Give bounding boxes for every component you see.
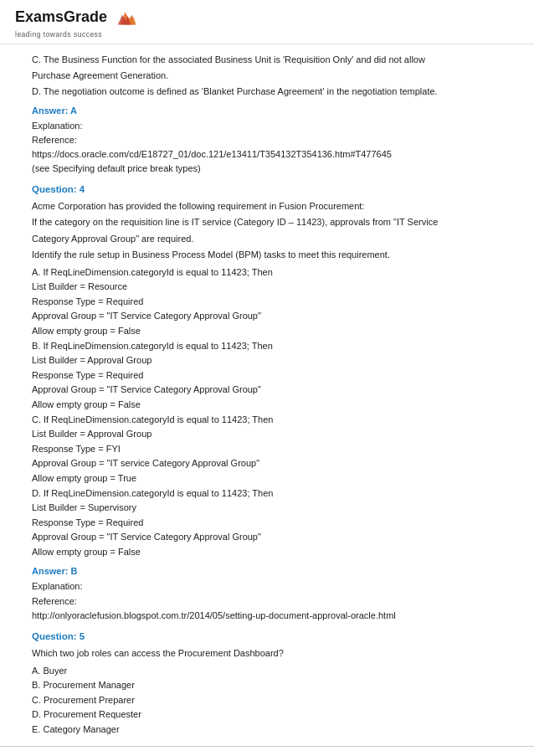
q4-text1: Acme Corporation has provided the follow… bbox=[32, 199, 502, 213]
q4-opt-b2: List Builder = Approval Group bbox=[32, 353, 502, 368]
logo-exams: Exams bbox=[15, 8, 64, 25]
explanation-b-text: Explanation: bbox=[32, 579, 502, 594]
footer: http://www.examsgrade.com/exam/1Z0-470/ … bbox=[0, 746, 534, 756]
intro-line-c2: Purchase Agreement Generation. bbox=[32, 69, 502, 83]
q5-opt-a: A. Buyer bbox=[32, 664, 502, 679]
page: ExamsGrade leading towards success C. Th… bbox=[0, 0, 534, 756]
logo-icon bbox=[115, 9, 138, 29]
q4-opt-a5: Allow empty group = False bbox=[32, 324, 502, 339]
q5-opt-e: E. Category Manager bbox=[32, 723, 502, 738]
q4-opt-a2: List Builder = Resource bbox=[32, 280, 502, 295]
options-q4-block: A. If ReqLineDimension.categoryId is equ… bbox=[32, 265, 502, 560]
q4-opt-c2: List Builder = Approval Group bbox=[32, 427, 502, 442]
q5-opt-c: C. Procurement Preparer bbox=[32, 693, 502, 708]
question4-body: Acme Corporation has provided the follow… bbox=[32, 199, 502, 261]
explanation-a-block: Explanation: Reference: https://docs.ora… bbox=[32, 119, 502, 176]
q4-opt-b5: Allow empty group = False bbox=[32, 398, 502, 413]
footer-page: pg. 3 bbox=[475, 753, 502, 756]
q5-opt-b: B. Procurement Manager bbox=[32, 678, 502, 693]
options-q5-block: A. Buyer B. Procurement Manager C. Procu… bbox=[32, 664, 502, 738]
q4-opt-d3: Response Type = Required bbox=[32, 516, 502, 531]
q4-opt-d2: List Builder = Supervisory bbox=[32, 501, 502, 516]
q4-opt-d1: D. If ReqLineDimension.categoryId is equ… bbox=[32, 486, 502, 501]
intro-line-d: D. The negotiation outcome is defined as… bbox=[32, 85, 502, 99]
footer-page-number: 3 bbox=[496, 753, 502, 756]
q4-opt-b1: B. If ReqLineDimension.categoryId is equ… bbox=[32, 339, 502, 354]
q4-opt-c3: Response Type = FYI bbox=[32, 442, 502, 457]
reference-a-url: https://docs.oracle.com/cd/E18727_01/doc… bbox=[32, 147, 502, 162]
flame-icon bbox=[115, 9, 138, 28]
logo: ExamsGrade bbox=[15, 8, 138, 29]
logo-text: ExamsGrade bbox=[15, 8, 111, 25]
logo-grade: Grade bbox=[64, 8, 107, 25]
q4-text4: Identify the rule setup in Business Proc… bbox=[32, 248, 502, 262]
header: ExamsGrade leading towards success bbox=[0, 0, 534, 44]
logo-area: ExamsGrade leading towards success bbox=[15, 8, 138, 39]
q4-opt-a3: Response Type = Required bbox=[32, 295, 502, 310]
q4-opt-b3: Response Type = Required bbox=[32, 368, 502, 383]
q4-opt-c5: Allow empty group = True bbox=[32, 471, 502, 486]
reference-b-text: Reference: bbox=[32, 594, 502, 609]
q4-opt-d5: Allow empty group = False bbox=[32, 545, 502, 560]
question4-label: Question: 4 bbox=[32, 184, 502, 194]
q4-opt-a1: A. If ReqLineDimension.categoryId is equ… bbox=[32, 265, 502, 280]
q4-opt-a4: Approval Group = "IT Service Category Ap… bbox=[32, 309, 502, 324]
intro-line-c1: C. The Business Function for the associa… bbox=[32, 53, 502, 67]
q4-text2: If the category on the requisition line … bbox=[32, 215, 502, 229]
q4-opt-c4: Approval Group = "IT service Category Ap… bbox=[32, 456, 502, 471]
main-content: C. The Business Function for the associa… bbox=[0, 44, 534, 756]
q5-text: Which two job roles can access the Procu… bbox=[32, 646, 502, 661]
q4-opt-c1: C. If ReqLineDimension.categoryId is equ… bbox=[32, 413, 502, 428]
explanation-b-block: Explanation: Reference: http://onlyoracl… bbox=[32, 579, 502, 622]
explanation-a-text: Explanation: bbox=[32, 119, 502, 133]
footer-pg-label: pg. bbox=[475, 753, 490, 756]
reference-b-url: http://onlyoraclefusion.blogspot.com.tr/… bbox=[32, 609, 502, 623]
tagline: leading towards success bbox=[15, 30, 138, 39]
question5-label: Question: 5 bbox=[32, 631, 502, 641]
q5-opt-d: D. Procurement Requester bbox=[32, 707, 502, 723]
q4-text3: Category Approval Group" are required. bbox=[32, 232, 502, 246]
q4-opt-b4: Approval Group = "IT Service Category Ap… bbox=[32, 383, 502, 398]
q4-opt-d4: Approval Group = "IT Service Category Ap… bbox=[32, 530, 502, 545]
answer-a-label: Answer: A bbox=[32, 105, 502, 116]
answer-b-label: Answer: B bbox=[32, 566, 502, 576]
reference-a-text: Reference: bbox=[32, 133, 502, 147]
intro-block: C. The Business Function for the associa… bbox=[32, 53, 502, 99]
question5-body: Which two job roles can access the Procu… bbox=[32, 646, 502, 661]
reference-a-note: (see Specifying default price break type… bbox=[32, 162, 502, 176]
